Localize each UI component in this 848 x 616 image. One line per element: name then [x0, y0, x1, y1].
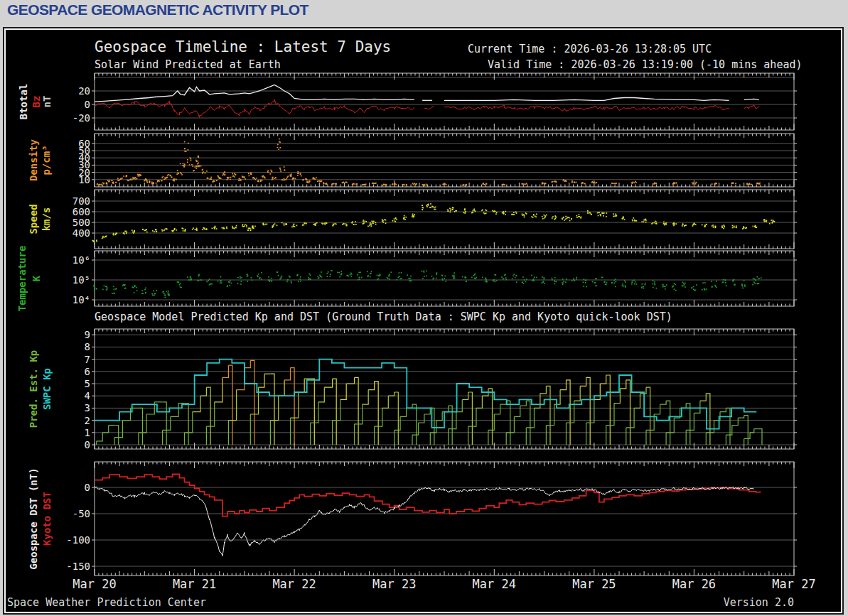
- svg-text:Mar 20: Mar 20: [73, 577, 116, 591]
- kp-section-title: Geospace Model Predicted Kp and DST (Gro…: [95, 310, 672, 323]
- svg-text:9: 9: [85, 329, 90, 340]
- geospace-activity-page: { "page":{ "header_title":"GEOSPACE GEOM…: [0, 0, 848, 616]
- svg-text:2: 2: [85, 415, 90, 426]
- svg-text:Speed: Speed: [28, 204, 39, 234]
- svg-text:5: 5: [85, 378, 90, 389]
- svg-text:20: 20: [78, 85, 90, 97]
- svg-text:Mar 26: Mar 26: [672, 577, 716, 591]
- svg-text:0: 0: [85, 482, 90, 493]
- svg-text:10⁶: 10⁶: [73, 254, 90, 266]
- svg-text:0: 0: [85, 439, 90, 450]
- svg-text:700: 700: [73, 195, 90, 207]
- svg-text:-50: -50: [73, 508, 90, 519]
- svg-text:Mar 22: Mar 22: [272, 577, 316, 591]
- svg-text:3: 3: [85, 402, 90, 414]
- svg-text:Density: Density: [28, 139, 39, 181]
- footer-source: Space Weather Prediction Center: [7, 596, 206, 609]
- solar-wind-subtitle: Solar Wind Predicted at Earth: [95, 58, 281, 71]
- svg-text:6: 6: [85, 366, 90, 377]
- page-title: GEOSPACE GEOMAGNETIC ACTIVITY PLOT: [7, 1, 308, 18]
- svg-text:10⁴: 10⁴: [73, 294, 90, 306]
- footer-version: Version 2.0: [687, 596, 794, 609]
- svg-text:Temperature: Temperature: [16, 246, 28, 312]
- svg-text:Bz: Bz: [31, 96, 42, 108]
- svg-text:Pred. Est. Kp: Pred. Est. Kp: [28, 350, 39, 428]
- svg-text:8: 8: [85, 341, 90, 352]
- svg-text:7: 7: [85, 354, 90, 365]
- svg-text:4: 4: [85, 390, 90, 401]
- svg-text:Mar 24: Mar 24: [473, 577, 516, 591]
- svg-text:400: 400: [73, 227, 90, 239]
- svg-text:nT: nT: [41, 96, 53, 108]
- svg-text:K: K: [31, 275, 42, 281]
- svg-text:Mar 25: Mar 25: [572, 577, 616, 591]
- svg-text:10: 10: [78, 174, 90, 185]
- svg-text:Mar 27: Mar 27: [772, 577, 815, 591]
- svg-text:SWPC Kp: SWPC Kp: [41, 368, 53, 410]
- svg-text:Kyoto DST: Kyoto DST: [41, 492, 53, 546]
- svg-text:Mar 21: Mar 21: [173, 577, 216, 591]
- svg-text:0: 0: [85, 99, 90, 110]
- plot-frame: 200-20BtotalBznT605040302010Densityp/cm³…: [3, 27, 844, 615]
- svg-text:km/s: km/s: [41, 207, 52, 232]
- plot-main-title: Geospace Timeline : Latest 7 Days: [95, 38, 391, 55]
- svg-text:Geospace DST (nT): Geospace DST (nT): [28, 468, 39, 569]
- svg-text:500: 500: [73, 217, 90, 228]
- svg-text:10⁵: 10⁵: [73, 274, 90, 286]
- svg-text:-100: -100: [66, 534, 90, 546]
- svg-text:-150: -150: [66, 561, 90, 572]
- current-time-label: Current Time : 2026-03-26 13:28:05 UTC: [468, 43, 712, 55]
- svg-text:p/cm³: p/cm³: [41, 145, 52, 175]
- svg-text:Mar 23: Mar 23: [372, 577, 416, 591]
- svg-text:1: 1: [85, 427, 90, 438]
- geospace-plot-image: 200-20BtotalBznT605040302010Densityp/cm³…: [6, 30, 841, 612]
- svg-text:Btotal: Btotal: [18, 84, 29, 120]
- valid-time-label: Valid Time : 2026-03-26 13:19:00 (-10 mi…: [488, 58, 803, 71]
- svg-text:-20: -20: [73, 112, 90, 124]
- svg-text:600: 600: [73, 206, 90, 217]
